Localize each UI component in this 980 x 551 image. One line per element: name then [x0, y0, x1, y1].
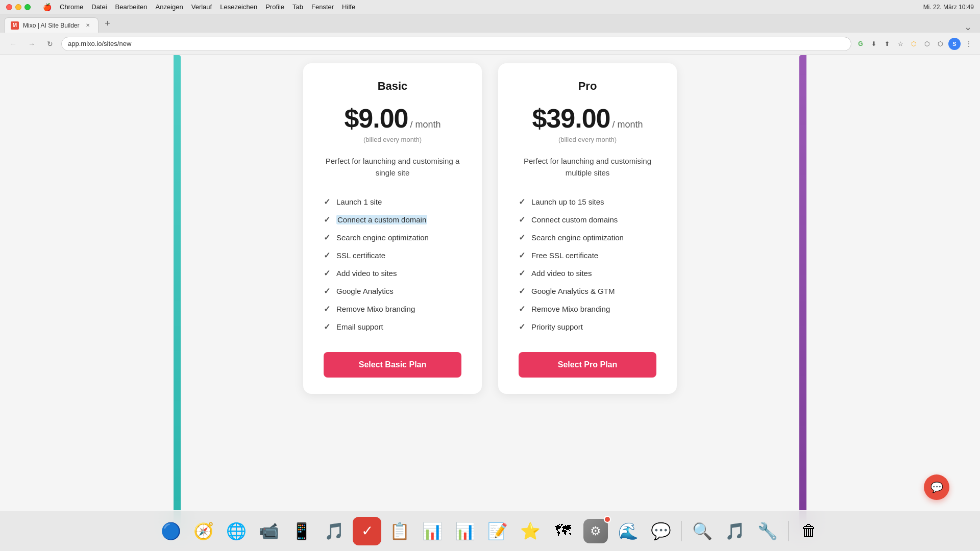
- dock-excel[interactable]: 📊: [418, 517, 447, 545]
- dock-proxyman[interactable]: 🔍: [688, 517, 717, 545]
- dock-whatsapp[interactable]: 📱: [287, 517, 316, 545]
- tab-title: Mixo | AI Site Builder: [23, 22, 80, 29]
- menu-fenster[interactable]: Fenster: [311, 3, 334, 11]
- dock-maps[interactable]: 🗺: [549, 517, 577, 545]
- dock-colorsync[interactable]: 🔧: [753, 517, 782, 545]
- address-bar-icons: G ⬇ ⬆ ☆ ⬡ ⬡ ⬡ S ⋮: [855, 38, 974, 50]
- bookmark-icon[interactable]: ☆: [895, 39, 905, 49]
- basic-feature-text-7: Remove Mixo branding: [336, 305, 415, 313]
- titlebar: 🍎 Chrome Datei Bearbeiten Anzeigen Verla…: [0, 0, 980, 14]
- pro-feature-text-5: Add video to sites: [531, 269, 592, 278]
- menu-chrome[interactable]: Chrome: [60, 3, 83, 11]
- basic-plan-card: Basic $9.00 / month (billed every month)…: [303, 63, 482, 394]
- reload-button[interactable]: ↻: [43, 37, 57, 51]
- decorative-bar-right: [799, 55, 806, 531]
- tab-list-button[interactable]: ⌄: [964, 21, 972, 33]
- pro-feature-text-3: Search engine optimization: [531, 233, 624, 242]
- checkmark-icon: ✓: [324, 286, 330, 296]
- close-button[interactable]: [6, 4, 12, 10]
- dock-word[interactable]: 📝: [483, 517, 512, 545]
- pro-plan-name: Pro: [519, 80, 656, 93]
- basic-feature-text-1: Launch 1 site: [336, 197, 382, 206]
- dock-system-pref[interactable]: ⚙: [581, 517, 610, 545]
- pro-feature-text-2: Connect custom domains: [531, 215, 618, 224]
- dock-arc[interactable]: 🌊: [614, 517, 643, 545]
- maximize-button[interactable]: [24, 4, 31, 10]
- url-bar[interactable]: app.mixo.io/sites/new: [61, 37, 851, 51]
- tab-bar-right: ⌄: [964, 21, 976, 33]
- dock-reeder[interactable]: ⭐: [516, 517, 545, 545]
- chat-button[interactable]: 💬: [924, 474, 949, 500]
- active-tab[interactable]: M Mixo | AI Site Builder ✕: [4, 17, 99, 33]
- pro-feature-7: ✓ Remove Mixo branding: [519, 300, 656, 318]
- checkmark-icon: ✓: [324, 251, 330, 260]
- dock-spotify[interactable]: 🎵: [320, 517, 349, 545]
- basic-feature-4: ✓ SSL certificate: [324, 246, 461, 264]
- titlebar-left: [6, 4, 31, 10]
- dock-zoom[interactable]: 📹: [255, 517, 283, 545]
- basic-price-row: $9.00 / month: [324, 103, 461, 134]
- share-icon[interactable]: ⬆: [882, 39, 892, 49]
- download-icon[interactable]: ⬇: [869, 39, 879, 49]
- pro-feature-text-8: Priority support: [531, 322, 583, 331]
- google-chrome-icon[interactable]: G: [855, 39, 866, 49]
- dock-finder[interactable]: 🔵: [157, 517, 185, 545]
- dock-trash[interactable]: 🗑: [795, 517, 823, 545]
- profile-button[interactable]: S: [948, 38, 961, 50]
- chat-icon: 💬: [930, 481, 943, 493]
- basic-feature-8: ✓ Email support: [324, 318, 461, 336]
- menu-tab[interactable]: Tab: [292, 3, 303, 11]
- select-pro-plan-button[interactable]: Select Pro Plan: [519, 352, 656, 378]
- apple-menu[interactable]: 🍎: [43, 3, 52, 11]
- basic-feature-7: ✓ Remove Mixo branding: [324, 300, 461, 318]
- checkmark-icon: ✓: [519, 215, 525, 224]
- basic-plan-name: Basic: [324, 80, 461, 93]
- extension-icon-2[interactable]: ⬡: [922, 39, 932, 49]
- select-basic-plan-button[interactable]: Select Basic Plan: [324, 352, 461, 378]
- pro-feature-3: ✓ Search engine optimization: [519, 229, 656, 246]
- pro-feature-8: ✓ Priority support: [519, 318, 656, 336]
- pro-feature-6: ✓ Google Analytics & GTM: [519, 282, 656, 300]
- basic-plan-description: Perfect for launching and customising a …: [324, 156, 461, 179]
- menu-button[interactable]: ⋮: [964, 39, 974, 49]
- back-button[interactable]: ←: [6, 37, 20, 51]
- titlebar-right: Mi. 22. März 10:49: [923, 4, 974, 11]
- dock-safari[interactable]: 🧭: [189, 517, 218, 545]
- basic-feature-text-6: Google Analytics: [336, 287, 394, 295]
- menu-datei[interactable]: Datei: [91, 3, 107, 11]
- extension-icon-3[interactable]: ⬡: [935, 39, 945, 49]
- dock-todoist[interactable]: ✓: [353, 517, 381, 545]
- pro-billing-note: (billed every month): [519, 136, 656, 143]
- dock-powerpoint[interactable]: 📊: [451, 517, 479, 545]
- dock-chrome[interactable]: 🌐: [222, 517, 251, 545]
- dock-audio[interactable]: 🎵: [721, 517, 749, 545]
- minimize-button[interactable]: [15, 4, 21, 10]
- menu-profile[interactable]: Profile: [265, 3, 284, 11]
- menu-bearbeiten[interactable]: Bearbeiten: [115, 3, 148, 11]
- extension-icon-1[interactable]: ⬡: [909, 39, 919, 49]
- dock-discord[interactable]: 💬: [647, 517, 675, 545]
- menu-hilfe[interactable]: Hilfe: [342, 3, 355, 11]
- checkmark-icon: ✓: [519, 197, 525, 207]
- checkmark-icon: ✓: [324, 197, 330, 207]
- browser-chrome: M Mixo | AI Site Builder ✕ + ⌄ ← → ↻ app…: [0, 14, 980, 55]
- pro-feature-text-7: Remove Mixo branding: [531, 305, 610, 313]
- menu-anzeigen[interactable]: Anzeigen: [156, 3, 183, 11]
- pro-price-amount: $39.00: [532, 103, 610, 134]
- new-tab-button[interactable]: +: [101, 16, 115, 31]
- address-bar: ← → ↻ app.mixo.io/sites/new G ⬇ ⬆ ☆ ⬡ ⬡ …: [0, 33, 980, 55]
- menu-verlauf[interactable]: Verlauf: [191, 3, 212, 11]
- basic-price-amount: $9.00: [344, 103, 408, 134]
- dock-trello[interactable]: 📋: [385, 517, 414, 545]
- basic-price-period: / month: [410, 119, 441, 130]
- forward-button[interactable]: →: [24, 37, 39, 51]
- tab-close-button[interactable]: ✕: [84, 21, 92, 30]
- basic-features-list: ✓ Launch 1 site ✓ Connect a custom domai…: [324, 193, 461, 336]
- basic-feature-text-3: Search engine optimization: [336, 233, 429, 242]
- pro-price-row: $39.00 / month: [519, 103, 656, 134]
- dock-separator: [681, 521, 682, 541]
- basic-billing-note: (billed every month): [324, 136, 461, 143]
- menu-lesezeichen[interactable]: Lesezeichen: [220, 3, 257, 11]
- basic-feature-text-8: Email support: [336, 322, 383, 331]
- titlebar-menu: 🍎 Chrome Datei Bearbeiten Anzeigen Verla…: [43, 3, 355, 11]
